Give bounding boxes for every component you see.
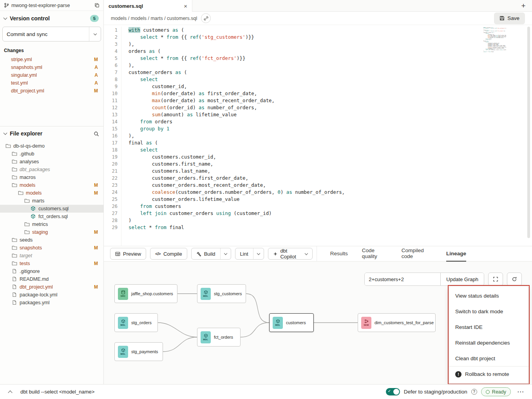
- code-line: customer_id,: [128, 83, 532, 90]
- menu-item-clean-dbt-project[interactable]: Clean dbt project: [449, 350, 528, 366]
- version-control-header[interactable]: Version control 5: [0, 11, 103, 25]
- menu-item-restart-ide[interactable]: Restart IDE: [449, 319, 528, 335]
- tree-item-label: dbt_packages: [20, 167, 98, 172]
- tree-item-models[interactable]: modelsM: [0, 189, 103, 197]
- file-icon: [12, 300, 17, 305]
- tree-item-dbt-project-yml[interactable]: dbt_project.ymlM: [0, 283, 103, 291]
- alert-icon: !: [455, 371, 461, 377]
- code-token: [128, 34, 140, 40]
- menu-item-reinstall-dependencies[interactable]: Reinstall dependencies: [449, 335, 528, 350]
- fullscreen-button[interactable]: [488, 273, 503, 286]
- tree-item--github[interactable]: .github: [0, 150, 103, 158]
- tab-compiled-code[interactable]: Compiled code: [402, 246, 432, 262]
- menu-item-label: Reinstall dependencies: [455, 340, 510, 346]
- menu-item-switch-to-dark-mode[interactable]: Switch to dark mode: [449, 303, 528, 319]
- tree-item-readme-md[interactable]: README.md: [0, 275, 103, 283]
- menu-item-rollback-to-remote[interactable]: !Rollback to remote: [449, 366, 528, 382]
- tab-code-quality[interactable]: Code quality: [362, 246, 387, 262]
- tree-item-metrics[interactable]: metrics: [0, 220, 103, 228]
- chevron-down-icon: [93, 32, 96, 35]
- editor-scrollbar[interactable]: [527, 27, 530, 238]
- change-item[interactable]: snapshots.ymlA: [0, 63, 103, 71]
- new-tab-button[interactable]: +: [515, 0, 532, 11]
- save-button[interactable]: Save: [494, 13, 525, 24]
- tree-item-customers-sql[interactable]: customers.sql: [0, 205, 103, 213]
- file-explorer-header[interactable]: File explorer: [0, 126, 103, 140]
- status-label: Ready: [492, 389, 506, 395]
- lineage-node-stg_customers[interactable]: MDLstg_customers: [197, 284, 246, 303]
- commit-dropdown-button[interactable]: [89, 27, 101, 41]
- code-token: group by: [140, 126, 164, 132]
- lineage-node-fct_orders[interactable]: MDLfct_orders: [197, 328, 241, 347]
- code-token: customers.last_name,: [128, 168, 210, 174]
- lint-dropdown-button[interactable]: [253, 248, 264, 259]
- code-token: as: [172, 27, 178, 33]
- line-number: 8: [104, 76, 118, 83]
- code-token: final: [128, 140, 146, 146]
- lineage-node-dim[interactable]: SEMdim_customers_test_for_parse: [358, 313, 436, 332]
- more-options-button[interactable]: ⋯: [515, 387, 527, 397]
- tree-item-seeds[interactable]: seeds: [0, 236, 103, 244]
- commit-and-sync-button[interactable]: Commit and sync: [2, 27, 101, 42]
- lint-label: Lint: [240, 251, 248, 257]
- chevron-down-icon: [4, 16, 7, 20]
- change-item[interactable]: test.ymlA: [0, 79, 103, 87]
- tab-lineage[interactable]: Lineage: [446, 246, 466, 262]
- change-item[interactable]: singular.ymlA: [0, 71, 103, 79]
- tree-item-package-lock-yml[interactable]: package-lock.yml: [0, 291, 103, 299]
- file-link-icon[interactable]: [201, 13, 211, 23]
- branch-row[interactable]: mwong-test-explorer-parse: [0, 0, 103, 11]
- expand-panel-button[interactable]: [5, 387, 15, 397]
- change-item[interactable]: dbt_project.ymlM: [0, 87, 103, 95]
- tree-item-macros[interactable]: macros: [0, 173, 103, 181]
- tree-item-fct-orders-sql[interactable]: fct_orders.sql: [0, 213, 103, 220]
- tree-item-status: M: [94, 284, 98, 290]
- tree-item-analyses[interactable]: analyses: [0, 158, 103, 166]
- tree-item-target[interactable]: target: [0, 252, 103, 260]
- lineage-node-jaffle[interactable]: SRCjaffle_shop.customers: [114, 284, 177, 303]
- code-content[interactable]: with customers as ( select * from {{ ref…: [121, 27, 532, 246]
- code-token: (order_date): [161, 97, 199, 103]
- dbt-copilot-button[interactable]: dbt Copilot: [268, 248, 312, 259]
- preview-button[interactable]: Preview: [110, 248, 146, 260]
- refresh-button[interactable]: [507, 273, 522, 286]
- tree-item-status: M: [94, 182, 98, 188]
- compile-button[interactable]: </> Compile: [150, 248, 187, 260]
- search-icon[interactable]: [94, 131, 99, 136]
- code-token: as: [286, 189, 292, 195]
- cli-command-text[interactable]: dbt build --select <model_name>: [20, 389, 94, 395]
- lineage-panel[interactable]: SRCjaffle_shop.customersMDLstg_customers…: [104, 262, 532, 384]
- tree-item-label: dbt_project.yml: [20, 284, 92, 290]
- menu-item-view-status-details[interactable]: View status details: [449, 288, 528, 303]
- build-dropdown-button[interactable]: [220, 248, 231, 259]
- tree-item-packages-yml[interactable]: packages.yml: [0, 299, 103, 307]
- change-item[interactable]: stripe.ymlM: [0, 56, 103, 63]
- tree-item-marts[interactable]: marts: [0, 197, 103, 205]
- lineage-node-customers[interactable]: MDLcustomers: [269, 313, 314, 332]
- tree-item-db-sl-qs-demo[interactable]: db-sl-qs-demo: [0, 142, 103, 150]
- change-file-name: test.yml: [11, 80, 94, 86]
- tree-item-snapshots[interactable]: snapshotsM: [0, 244, 103, 252]
- build-button[interactable]: Build: [192, 248, 220, 259]
- close-tab-icon[interactable]: ×: [184, 3, 187, 9]
- copy-icon[interactable]: [94, 3, 100, 8]
- lineage-select-input[interactable]: [365, 273, 440, 285]
- help-icon[interactable]: ?: [471, 389, 477, 395]
- lineage-node-stg_payments[interactable]: MDLstg_payments: [114, 342, 163, 361]
- tree-item--gitignore[interactable]: .gitignore: [0, 267, 103, 275]
- tab-results[interactable]: Results: [330, 246, 348, 262]
- tab-customers-sql[interactable]: customers.sql ×: [104, 0, 192, 12]
- lineage-node-stg_orders[interactable]: MDLstg_orders: [114, 313, 158, 332]
- tree-item-tests[interactable]: testsM: [0, 260, 103, 267]
- update-graph-button[interactable]: Update Graph: [440, 273, 484, 285]
- tree-item-dbt-packages[interactable]: dbt_packages: [0, 166, 103, 173]
- tree-item-label: staging: [32, 229, 92, 235]
- lineage-edge: [158, 323, 197, 337]
- chevron-down-icon: [224, 252, 227, 255]
- lint-button[interactable]: Lint: [235, 248, 253, 259]
- tree-item-models[interactable]: modelsM: [0, 181, 103, 189]
- code-editor[interactable]: 1234567891011121314151617181920212223242…: [104, 25, 532, 246]
- tree-item-staging[interactable]: stagingM: [0, 228, 103, 236]
- code-token: [128, 97, 152, 103]
- defer-toggle[interactable]: ✓: [386, 388, 400, 395]
